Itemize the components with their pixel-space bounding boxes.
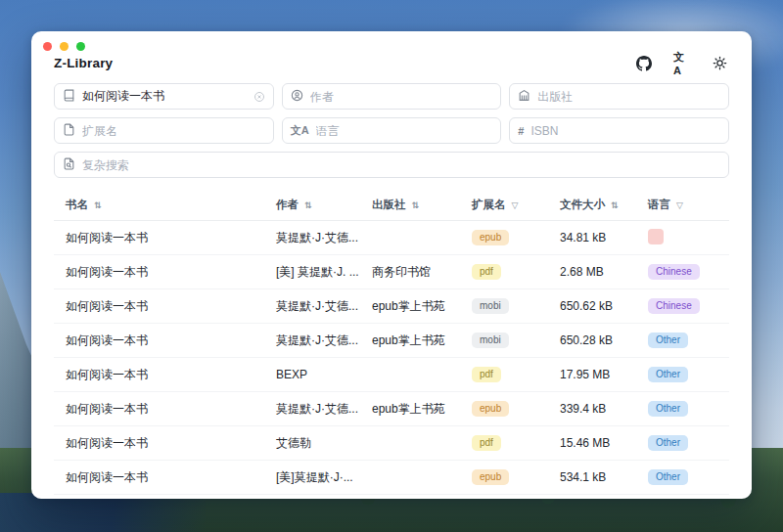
author-input[interactable] [310, 90, 493, 104]
extension-badge: pdf [472, 435, 501, 451]
language-icon: 文A [291, 123, 309, 138]
hash-icon: # [518, 125, 524, 137]
cell-publisher: epub掌上书苑 [360, 332, 460, 349]
table-row[interactable]: 如何阅读一本书莫提默·J·艾德...epub34.81 kB [54, 221, 729, 255]
sort-icon[interactable]: ⇅ [94, 200, 102, 210]
cell-title: 如何阅读一本书 [54, 435, 264, 452]
column-header-publisher[interactable]: 出版社⇅ [360, 198, 460, 212]
cell-filesize: 15.46 MB [548, 436, 636, 450]
translate-icon[interactable]: 文A [673, 55, 690, 71]
cell-title: 如何阅读一本书 [54, 469, 264, 486]
cell-extension: pdf [460, 264, 548, 280]
file-icon [63, 122, 75, 140]
clear-icon[interactable] [253, 91, 265, 103]
cell-author: [美] 莫提默·J. ... [264, 264, 360, 281]
language-badge [648, 229, 664, 244]
column-header-language[interactable]: 语言▽ [636, 198, 729, 212]
filter-icon[interactable]: ▽ [512, 200, 519, 210]
isbn-input[interactable] [530, 124, 720, 138]
cell-filesize: 650.28 kB [548, 333, 636, 347]
book-icon [63, 88, 75, 106]
cell-extension: pdf [460, 367, 548, 382]
cell-extension: epub [460, 401, 548, 417]
cell-language: Other [636, 435, 729, 451]
extension-badge: epub [472, 401, 509, 417]
cell-author: 莫提默·J·艾德... [264, 298, 360, 315]
minimize-window-button[interactable] [60, 42, 69, 51]
table-row[interactable]: 如何阅读一本书[美] 莫提默·J. ...商务印书馆pdf2.68 MBChin… [54, 255, 729, 289]
language-badge: Other [648, 332, 688, 348]
sort-icon[interactable]: ⇅ [412, 200, 420, 210]
cell-language: Other [636, 469, 729, 485]
search-panel: 文A # [31, 71, 752, 178]
building-icon [518, 88, 530, 106]
titlebar: Z-Library 文A [31, 51, 752, 71]
cell-filesize: 17.95 MB [548, 368, 636, 381]
cell-author: [美]莫提默·J·... [264, 469, 360, 486]
filter-icon[interactable]: ▽ [676, 200, 683, 210]
cell-filesize: 650.62 kB [548, 299, 636, 313]
extension-badge: pdf [472, 264, 501, 280]
table-row[interactable]: 如何阅读一本书莫提默·J·艾德...epub掌上书苑epub339.4 kBOt… [54, 392, 729, 426]
cell-filesize: 2.68 MB [548, 265, 636, 279]
table-row[interactable]: 如何阅读一本书BEXPpdf18.07 MBOther [54, 495, 729, 499]
cell-language [636, 229, 729, 247]
complex-search-input[interactable] [82, 158, 720, 172]
cell-language: Other [636, 367, 729, 382]
book-title-field[interactable] [54, 83, 274, 110]
column-header-extension[interactable]: 扩展名▽ [460, 198, 548, 212]
cell-extension: epub [460, 230, 548, 245]
cell-title: 如何阅读一本书 [54, 230, 264, 246]
language-badge: Other [648, 435, 688, 451]
cell-author: 莫提默·J·艾德... [264, 332, 360, 349]
close-window-button[interactable] [43, 42, 52, 51]
language-badge: Chinese [648, 264, 700, 280]
table-header-row: 书名⇅ 作者⇅ 出版社⇅ 扩展名▽ 文件大小⇅ 语言▽ [54, 190, 729, 221]
complex-search-field[interactable] [54, 152, 729, 178]
extension-field[interactable] [54, 117, 274, 144]
window-controls [31, 31, 752, 51]
cell-language: Other [636, 332, 729, 348]
publisher-input[interactable] [537, 90, 720, 104]
cell-author: 莫提默·J·艾德... [264, 401, 360, 418]
extension-badge: mobi [472, 298, 509, 314]
extension-input[interactable] [82, 124, 265, 138]
cell-language: Chinese [636, 298, 729, 314]
language-input[interactable] [316, 124, 493, 138]
cell-language: Chinese [636, 264, 729, 280]
publisher-field[interactable] [509, 83, 729, 110]
cell-title: 如何阅读一本书 [54, 401, 264, 418]
github-icon[interactable] [635, 55, 652, 71]
table-body: 如何阅读一本书莫提默·J·艾德...epub34.81 kB如何阅读一本书[美]… [54, 221, 729, 499]
table-row[interactable]: 如何阅读一本书莫提默·J·艾德...epub掌上书苑mobi650.28 kBO… [54, 324, 729, 358]
theme-sun-icon[interactable] [712, 55, 728, 71]
zoom-window-button[interactable] [76, 42, 85, 51]
cell-filesize: 339.4 kB [548, 402, 636, 416]
extension-badge: pdf [472, 367, 501, 382]
cell-language: Other [636, 401, 729, 417]
cell-title: 如何阅读一本书 [54, 367, 264, 383]
results-table: 书名⇅ 作者⇅ 出版社⇅ 扩展名▽ 文件大小⇅ 语言▽ 如何阅读一本书莫提默·J… [31, 190, 752, 499]
cell-extension: pdf [460, 435, 548, 451]
column-header-filesize[interactable]: 文件大小⇅ [548, 198, 636, 212]
cell-publisher: epub掌上书苑 [360, 298, 460, 315]
book-title-input[interactable] [82, 90, 247, 104]
language-badge: Chinese [648, 298, 700, 314]
table-row[interactable]: 如何阅读一本书莫提默·J·艾德...epub掌上书苑mobi650.62 kBC… [54, 289, 729, 324]
language-badge: Other [648, 367, 688, 382]
file-search-icon [63, 156, 75, 174]
table-row[interactable]: 如何阅读一本书艾德勒pdf15.46 MBOther [54, 426, 729, 461]
table-row[interactable]: 如何阅读一本书[美]莫提默·J·...epub534.1 kBOther [54, 461, 729, 495]
column-header-author[interactable]: 作者⇅ [264, 198, 360, 212]
sort-icon[interactable]: ⇅ [611, 200, 619, 210]
author-field[interactable] [282, 83, 502, 110]
sort-icon[interactable]: ⇅ [304, 200, 312, 210]
cell-title: 如何阅读一本书 [54, 332, 264, 349]
cell-publisher: 商务印书馆 [360, 264, 460, 281]
cell-author: BEXP [264, 368, 360, 381]
isbn-field[interactable]: # [509, 117, 729, 144]
table-row[interactable]: 如何阅读一本书BEXPpdf17.95 MBOther [54, 358, 729, 392]
lake [0, 493, 206, 532]
language-field[interactable]: 文A [282, 117, 502, 144]
column-header-title[interactable]: 书名⇅ [54, 198, 264, 212]
